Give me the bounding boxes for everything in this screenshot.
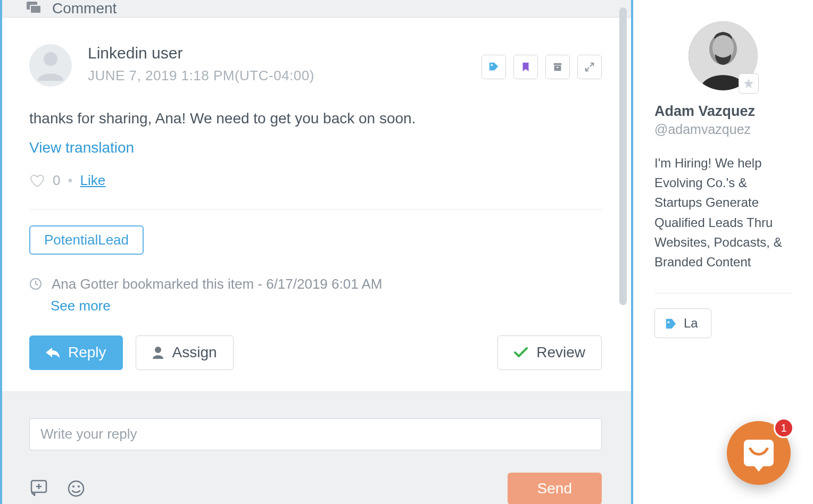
profile-name: Adam Vazquez [654,103,792,120]
svg-point-8 [155,347,161,353]
comment-timestamp: JUNE 7, 2019 1:18 PM(UTC-04:00) [88,68,314,84]
svg-point-12 [78,485,80,488]
svg-rect-4 [554,63,562,65]
svg-rect-1 [30,5,41,13]
chat-launcher[interactable]: 1 [727,421,791,485]
comment-stack-icon [27,2,43,16]
heart-icon[interactable] [29,173,45,188]
reply-input[interactable] [29,418,602,450]
svg-point-3 [491,64,493,66]
svg-rect-5 [554,65,561,71]
send-button[interactable]: Send [508,473,602,504]
add-attachment-icon[interactable] [29,478,51,499]
view-translation-link[interactable]: View translation [29,139,602,156]
topbar-title: Comment [52,0,117,17]
author-avatar-placeholder [29,44,72,87]
star-badge[interactable] [739,73,759,94]
reply-panel: Send [0,392,631,504]
sidebar-tag-button[interactable]: La [654,308,711,338]
sidebar-tag-button-label: La [684,316,698,331]
like-link[interactable]: Like [80,172,106,189]
tag-chip-potentiallead[interactable]: PotentialLead [29,225,144,255]
see-more-link[interactable]: See more [51,298,602,314]
scrollbar[interactable] [619,7,627,374]
bookmark-button[interactable] [513,55,538,79]
reply-button[interactable]: Reply [29,335,123,370]
comment-body: thanks for sharing, Ana! We need to get … [29,108,602,130]
review-button[interactable]: Review [497,335,602,370]
tag-button[interactable] [482,55,506,79]
profile-handle: @adamvazquez [654,122,792,137]
dot-separator: • [68,172,72,189]
history-text: Ana Gotter bookmarked this item - 6/17/2… [52,276,382,292]
svg-rect-6 [557,67,559,68]
profile-avatar [688,21,758,90]
chat-badge: 1 [774,418,794,438]
assign-button-label: Assign [172,344,217,361]
svg-point-10 [69,481,84,496]
svg-point-2 [44,52,57,66]
topbar: Comment [0,0,631,18]
emoji-icon[interactable] [65,478,87,499]
likes-count: 0 [53,172,60,189]
svg-point-11 [72,485,74,488]
clock-icon [29,278,42,290]
expand-button[interactable] [577,55,602,79]
profile-bio: I'm Hiring! We help Evolving Co.'s & Sta… [654,153,792,272]
svg-point-17 [668,321,670,323]
archive-button[interactable] [545,55,570,79]
comment-card: Linkedin user JUNE 7, 2019 1:18 PM(UTC-0… [0,18,631,392]
reply-button-label: Reply [68,344,106,361]
author-name: Linkedin user [88,44,314,62]
review-button-label: Review [536,344,585,361]
assign-button[interactable]: Assign [136,335,234,370]
